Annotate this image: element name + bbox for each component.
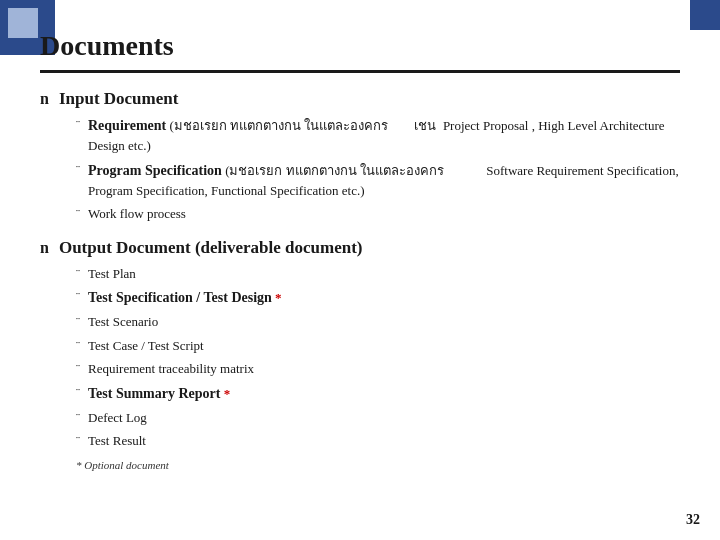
list-item: ¨ Test Result [76,431,680,451]
list-bullet: ¨ [76,386,80,401]
list-bullet: ¨ [76,207,80,222]
list-text: Work flow process [88,204,186,224]
list-item: ¨ Work flow process [76,204,680,224]
asterisk: * [275,290,282,305]
list-item: ¨ Requirement (มชอเรยก ทแตกตางกน ในแตละอ… [76,115,680,156]
section-input: n Input Document ¨ Requirement (มชอเรยก … [40,89,680,224]
list-bullet: ¨ [76,434,80,449]
list-item: ¨ Test Case / Test Script [76,336,680,356]
list-bullet: ¨ [76,411,80,426]
section-output: n Output Document (deliverable document)… [40,238,680,471]
list-text-normal: (มชอเรยก ทแตกตางกน ในแตละองคกร เชน Proje… [88,118,665,153]
list-text-bold: Test Summary Report [88,386,220,401]
optional-note: * Optional document [76,459,680,471]
list-text: Test Result [88,431,146,451]
list-text: Test Scenario [88,312,158,332]
list-text-bold: Program Specification [88,163,222,178]
section-output-bullet: n [40,239,49,257]
list-text: Program Specification (มชอเรยก ทแตกตางกน… [88,160,680,201]
page-number: 32 [686,512,700,528]
list-item: ¨ Test Scenario [76,312,680,332]
list-text: Test Specification / Test Design * [88,287,282,308]
list-text: Test Summary Report * [88,383,230,404]
list-bullet: ¨ [76,118,80,133]
section-input-header: n Input Document [40,89,680,109]
list-bullet: ¨ [76,267,80,282]
list-text-normal: Work flow process [88,206,186,221]
page-title: Documents [40,30,680,62]
list-item: ¨ Test Plan [76,264,680,284]
section-output-content: ¨ Test Plan ¨ Test Specification / Test … [40,264,680,451]
section-input-title: Input Document [59,89,179,109]
section-output-title: Output Document (deliverable document) [59,238,363,258]
list-item: ¨ Test Summary Report * [76,383,680,404]
list-bullet: ¨ [76,339,80,354]
list-bullet: ¨ [76,290,80,305]
list-item: ¨ Test Specification / Test Design * [76,287,680,308]
title-underline [40,70,680,73]
list-text-bold: Requirement [88,118,166,133]
list-text: Defect Log [88,408,147,428]
list-text: Requirement (มชอเรยก ทแตกตางกน ในแตละองค… [88,115,680,156]
list-bullet: ¨ [76,315,80,330]
list-text: Test Case / Test Script [88,336,204,356]
list-item: ¨ Defect Log [76,408,680,428]
list-item: ¨ Requirement traceability matrix [76,359,680,379]
section-output-header: n Output Document (deliverable document) [40,238,680,258]
list-text-bold: Test Specification / Test Design [88,290,272,305]
list-text: Test Plan [88,264,136,284]
list-item: ¨ Program Specification (มชอเรยก ทแตกตาง… [76,160,680,201]
list-bullet: ¨ [76,362,80,377]
asterisk: * [224,386,231,401]
section-input-content: ¨ Requirement (มชอเรยก ทแตกตางกน ในแตละอ… [40,115,680,224]
list-text: Requirement traceability matrix [88,359,254,379]
list-bullet: ¨ [76,163,80,178]
section-input-bullet: n [40,90,49,108]
